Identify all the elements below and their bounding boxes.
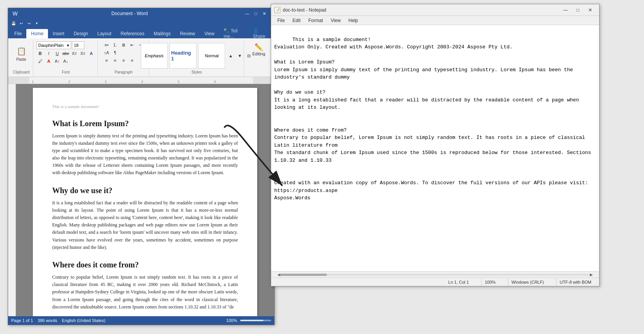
doc-section-3-heading: Where does it come from? [52,259,238,271]
strikethrough-button[interactable]: abc [62,50,70,57]
style-emphasis-btn[interactable]: Emphasis [141,43,168,69]
menu-edit[interactable]: Edit [289,17,304,24]
tab-review[interactable]: Review [175,29,200,38]
word-status-bar: Page 1 of 1 386 words English (United St… [8,316,274,325]
tab-references[interactable]: References [116,29,149,38]
paragraph-label: Paragraph [114,70,133,75]
tab-view[interactable]: View [200,29,219,38]
np-status-encoding: UTF-8 with BOM [556,278,594,286]
word-title-text: Document - Word [19,11,240,16]
word-save-icon[interactable]: 💾 [10,20,17,26]
font-family-arrow: ▾ [67,43,69,48]
h-scroll-right-btn[interactable]: ▶ [590,272,593,277]
font-size-box[interactable]: 18 [72,41,84,49]
align-left-button[interactable]: ≡ [103,57,111,64]
align-center-button[interactable]: ≡ [111,57,119,64]
numbering-button[interactable]: 1. [111,41,119,48]
tab-mailings[interactable]: Mailings [149,29,175,38]
notepad-menu-bar: File Edit Format View Help [271,16,599,25]
word-undo-icon[interactable]: ↩ [18,20,24,26]
clipboard-label: Clipboard [13,70,30,75]
doc-section-2-body: It is a long established fact that a rea… [52,199,238,251]
ribbon-group-font: DauphinPlain ▾ 18 B I U abc X2 X2 [34,40,98,77]
font-family-dropdown[interactable]: DauphinPlain ▾ [36,41,71,49]
tab-insert[interactable]: Insert [48,29,69,38]
menu-help[interactable]: Help [345,17,361,24]
word-close-btn[interactable]: ✕ [260,10,268,17]
menu-view[interactable]: View [328,17,344,24]
word-title-bar: W Document - Word — □ ✕ [8,8,274,19]
bold-button[interactable]: B [36,50,44,57]
doc-section-1-body: Lorem Ipsum is simply dummy text of the … [52,132,238,177]
styles-scroll-up[interactable]: ▲ [227,50,234,62]
notepad-minimize-btn[interactable]: — [560,6,571,14]
word-content-area: This is a sample document! What is Lorem… [8,84,274,316]
paste-label: Paste [16,57,26,62]
notepad-text-line-4: What is Lorem Ipsum? [274,59,335,65]
zoom-slider[interactable] [240,320,271,321]
font-color-button[interactable]: A [45,58,53,65]
menu-file[interactable]: File [274,17,288,24]
superscript-button[interactable]: X2 [79,50,87,57]
notepad-text-line-12: Contrary to popular belief, Lorem Ipsum … [274,135,588,148]
sort-button[interactable]: ↕A [103,49,111,56]
notepad-maximize-btn[interactable]: □ [572,6,584,14]
font-down-button[interactable]: A↓ [62,58,70,65]
subscript-button[interactable]: X2 [70,50,78,57]
tab-share[interactable]: 👤 Share [248,29,273,38]
font-row-1: DauphinPlain ▾ 18 [36,41,95,49]
word-minimize-btn[interactable]: — [243,10,251,17]
tab-home[interactable]: Home [26,29,48,38]
paste-icon: 📋 [15,45,27,57]
style-normal-btn[interactable]: Normal [198,43,225,69]
bullets-button[interactable]: ≡• [103,41,111,48]
tab-layout[interactable]: Layout [93,29,116,38]
styles-scroll-down[interactable]: ▼ [236,50,244,62]
notepad-text-line-2: Evaluation Only. Created with Aspose.Wor… [274,44,512,50]
h-scroll-thumb[interactable] [280,274,327,276]
menu-format[interactable]: Format [305,17,326,24]
word-maximize-btn[interactable]: □ [252,10,260,17]
tab-tell-me[interactable]: 🔦 Tell me... [219,29,248,38]
justify-button[interactable]: ≡ [128,57,136,64]
highlight-button[interactable]: 🖊 [36,58,44,65]
word-ruler: 1 2 3 4 5 6 [8,77,274,84]
font-up-button[interactable]: A↑ [53,58,61,65]
italic-button[interactable]: I [45,50,53,57]
word-page: This is a sample document! What is Lorem… [33,88,257,316]
word-window: W Document - Word — □ ✕ 💾 ↩ ↪ ▼ File Hom… [8,8,275,325]
word-ribbon: 📋 Paste Clipboard DauphinPlain ▾ 18 [8,38,274,77]
notepad-title-bar: 📝 doc-to-text - Notepad — □ ✕ [271,4,599,16]
style-heading1-btn[interactable]: Heading 1 [169,43,197,69]
multilevel-button[interactable]: ≣ [120,41,128,48]
word-redo-icon[interactable]: ↪ [26,20,32,26]
word-quick-access-toolbar: 💾 ↩ ↪ ▼ [8,19,274,27]
doc-header: This is a sample document! [52,103,238,110]
h-scroll-track[interactable] [280,274,590,276]
editing-label: Editing [252,51,265,56]
notepad-text-line-17: Aspose.Words [274,195,311,201]
word-customize-icon[interactable]: ▼ [34,20,40,26]
pilcrow-button[interactable]: ¶ [111,49,119,56]
tab-design[interactable]: Design [69,29,92,38]
notepad-text-line-7: Why do we use it? [274,89,326,95]
word-page-area[interactable]: This is a sample document! What is Lorem… [16,84,274,316]
editing-indicator: ✏️ Editing [247,41,270,58]
status-left: Page 1 of 1 386 words English (United St… [11,318,106,323]
notepad-close-btn[interactable]: ✕ [584,6,596,14]
font-controls: DauphinPlain ▾ 18 B I U abc X2 X2 [36,41,95,70]
notepad-text-line-5: Lorem Ipsum is simply dummy text of the … [274,67,576,81]
style-heading1-label: Heading 1 [171,50,195,62]
h-scroll-left-btn[interactable]: ◀ [277,272,280,277]
notepad-content[interactable]: This is a sample document! Evaluation On… [271,25,599,271]
align-right-button[interactable]: ≡ [120,57,128,64]
notepad-horizontal-scrollbar[interactable]: ◀ ▶ [271,271,599,277]
styles-area: Emphasis Heading 1 Normal ▲ ▼ ⊟ [141,41,253,70]
underline-button[interactable]: U [53,50,61,57]
decrease-indent-button[interactable]: ⇤ [128,41,136,48]
notepad-title-text: doc-to-text - Notepad [283,7,326,13]
paste-button[interactable]: 📋 Paste [12,41,31,65]
tab-file[interactable]: File [10,29,26,38]
text-effects-button[interactable]: A [87,50,95,57]
doc-section-1-heading: What is Lorem Ipsum? [52,118,238,129]
